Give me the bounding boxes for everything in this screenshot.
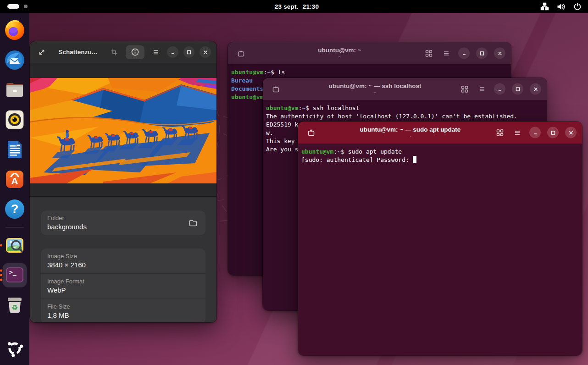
window-subtitle: ~ <box>255 55 424 60</box>
power-icon[interactable] <box>573 2 582 11</box>
open-folder-icon[interactable] <box>186 216 200 230</box>
image-viewer-icon <box>4 235 25 256</box>
minimize-button[interactable] <box>458 48 470 59</box>
svg-text:♻: ♻ <box>11 303 18 312</box>
clock-date: 23 sept. <box>275 3 299 10</box>
crop-icon[interactable] <box>108 46 121 59</box>
menu-button[interactable] <box>150 46 162 59</box>
file-size-row: File Size 1,8 MB <box>41 299 205 322</box>
menu-button[interactable] <box>441 48 452 59</box>
running-indicator <box>0 270 2 281</box>
menu-button[interactable] <box>477 83 488 94</box>
dock-divider <box>6 227 24 227</box>
help-icon: ? <box>4 199 25 220</box>
window-title: ubuntu@vm: ~ — ssh localhost <box>290 83 460 90</box>
terminal-3-headerbar[interactable]: ubuntu@vm: ~ — sudo apt update ~ <box>298 122 582 144</box>
dock-item-thunderbird[interactable] <box>3 48 27 72</box>
folder-label: Folder <box>47 215 199 221</box>
viewer-window-title: Schattenzu… <box>59 49 98 55</box>
minimize-button[interactable] <box>529 127 541 138</box>
terminal-line: ubuntu@vm:~$ ls <box>231 68 508 77</box>
dock-item-files[interactable] <box>3 78 27 102</box>
new-tab-button[interactable] <box>305 127 317 138</box>
dock-item-terminal[interactable]: >_ <box>3 263 27 287</box>
fullscreen-icon[interactable] <box>35 46 48 59</box>
dock-item-help[interactable]: ? <box>3 197 27 221</box>
wallpaper-camel-caravan-image[interactable] <box>30 78 216 183</box>
terminal-line: [sudo: authenticate] Password: <box>301 156 579 164</box>
folder-row: Folder backgrounds <box>41 210 205 235</box>
image-format-label: Image Format <box>47 278 199 285</box>
libreoffice-writer-icon <box>4 139 25 160</box>
file-size-label: File Size <box>47 303 199 310</box>
new-tab-button[interactable] <box>270 83 282 95</box>
running-dot <box>0 279 2 281</box>
svg-text:?: ? <box>11 202 19 216</box>
dock-item-app-center[interactable]: A <box>3 167 27 191</box>
running-dot <box>0 270 2 272</box>
new-tab-button[interactable] <box>235 47 247 59</box>
minimize-button[interactable] <box>494 83 505 95</box>
tab-overview-button[interactable] <box>494 127 505 138</box>
window-title: ubuntu@vm: ~ — sudo apt update <box>326 126 495 133</box>
tab-overview-button[interactable] <box>459 83 470 94</box>
minimize-button[interactable] <box>167 46 178 58</box>
top-bar: 23 sept. 21:30 <box>0 0 588 13</box>
image-size-value: 3840 × 2160 <box>47 261 199 269</box>
terminal-1-title-area: ubuntu@vm: ~ ~ <box>255 47 424 59</box>
terminal-line: ubuntu@vm:~$ ssh localhost <box>266 104 544 112</box>
terminal-2-headerbar[interactable]: ubuntu@vm: ~ — ssh localhost ~ <box>263 78 547 100</box>
svg-text:>_: >_ <box>9 269 17 276</box>
close-button[interactable] <box>530 83 541 95</box>
thunderbird-icon <box>4 50 25 71</box>
dock-item-image-viewer[interactable] <box>3 233 27 257</box>
maximize-button[interactable] <box>547 127 559 138</box>
viewer-properties-panel: Folder backgrounds Image Size 3840 × 216… <box>30 196 216 322</box>
dock-item-rhythmbox[interactable] <box>3 108 27 132</box>
window-title: ubuntu@vm: ~ <box>255 47 424 54</box>
network-icon[interactable] <box>540 2 549 11</box>
dock-item-trash[interactable]: ♻ <box>3 293 27 317</box>
viewer-headerbar[interactable]: Schattenzu… <box>30 41 216 63</box>
clock-time: 21:30 <box>303 3 319 10</box>
image-viewer-window[interactable]: Schattenzu… <box>30 41 216 322</box>
folder-value: backgrounds <box>47 223 199 231</box>
firefox-icon <box>4 20 25 41</box>
running-indicator <box>0 244 2 247</box>
dock-item-show-apps[interactable] <box>3 337 27 360</box>
terminal-line: The authenticity of host 'localhost (127… <box>266 112 544 121</box>
volume-icon[interactable] <box>557 3 566 11</box>
image-size-label: Image Size <box>47 253 199 260</box>
files-icon <box>4 79 25 100</box>
maximize-button[interactable] <box>183 46 195 58</box>
terminal-line: ubuntu@vm:~$ sudo apt update <box>301 148 579 156</box>
dock: A ? >_ <box>0 13 29 365</box>
svg-text:A: A <box>11 176 18 186</box>
app-center-icon: A <box>4 169 25 190</box>
image-details-card: Image Size 3840 × 2160 Image Format WebP… <box>41 249 205 322</box>
menu-button[interactable] <box>512 127 523 138</box>
close-button[interactable] <box>494 48 505 59</box>
image-format-row: Image Format WebP <box>41 273 205 299</box>
dock-item-libreoffice-writer[interactable] <box>3 138 27 161</box>
terminal-3-content[interactable]: ubuntu@vm:~$ sudo apt update[sudo: authe… <box>298 144 582 355</box>
close-button[interactable] <box>200 46 211 58</box>
terminal-1-headerbar[interactable]: ubuntu@vm: ~ ~ <box>228 42 511 64</box>
image-format-value: WebP <box>47 286 199 294</box>
tab-overview-button[interactable] <box>423 48 434 59</box>
maximize-button[interactable] <box>512 83 523 95</box>
window-subtitle: ~ <box>290 90 460 95</box>
file-size-value: 1,8 MB <box>47 311 199 319</box>
maximize-button[interactable] <box>476 48 488 59</box>
terminal-icon: >_ <box>4 265 25 286</box>
system-status-area[interactable] <box>540 0 582 13</box>
clock[interactable]: 23 sept. 21:30 <box>275 0 319 13</box>
terminal-3-title-area: ubuntu@vm: ~ — sudo apt update ~ <box>326 126 495 138</box>
running-dot <box>0 244 2 247</box>
viewer-canvas <box>30 63 216 196</box>
terminal-window-sudo[interactable]: ubuntu@vm: ~ — sudo apt update ~ <box>298 122 582 355</box>
image-properties-button[interactable] <box>126 45 144 59</box>
dock-item-firefox[interactable] <box>3 18 27 42</box>
close-button[interactable] <box>565 127 577 138</box>
workspace-indicator[interactable] <box>7 0 28 13</box>
